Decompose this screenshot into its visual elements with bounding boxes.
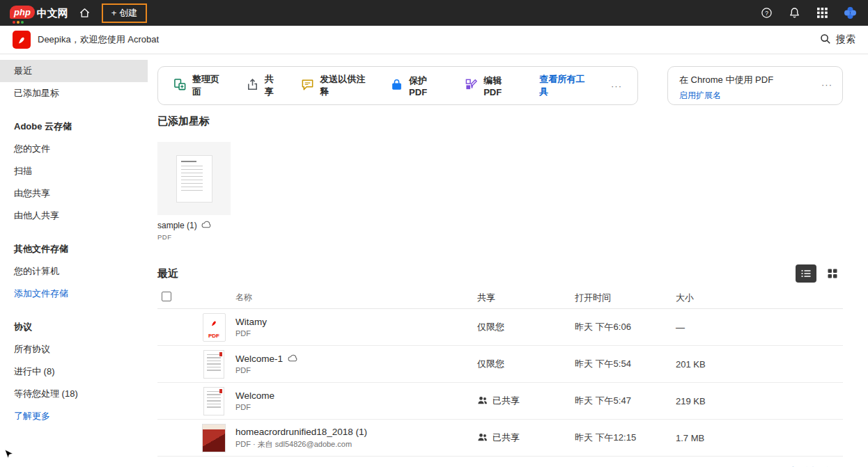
file-subtitle: PDF	[235, 366, 477, 374]
sidebar-item-your-computer[interactable]: 您的计算机	[0, 260, 148, 283]
file-name: homeacrordrunified18_2018 (1)	[235, 427, 367, 437]
send-for-comments-icon	[301, 78, 314, 94]
cloud-icon	[201, 221, 212, 230]
list-view-button[interactable]	[796, 264, 816, 283]
file-name: Witamy	[235, 317, 267, 327]
sidebar-item-your-files[interactable]: 您的文件	[0, 138, 148, 160]
tools-more-icon[interactable]: ···	[611, 81, 622, 91]
table-row[interactable]: homeacrordrunified18_2018 (1) PDF · 来自 s…	[157, 420, 843, 457]
brand-text: 中文网	[37, 6, 68, 21]
cloud-app-logo-icon[interactable]	[842, 5, 858, 22]
column-header-shared: 共享	[477, 292, 575, 304]
help-icon[interactable]: ?	[758, 5, 775, 22]
column-header-size: 大小	[676, 292, 843, 304]
grid-view-button[interactable]	[822, 264, 843, 283]
sidebar-item-recent[interactable]: 最近	[0, 60, 148, 82]
edit-pdf-icon	[465, 78, 478, 94]
column-header-opened: 打开时间	[575, 292, 676, 304]
sidebar-item-add-storage[interactable]: 添加文件存储	[0, 283, 148, 305]
file-name: Welcome	[235, 390, 274, 401]
table-row[interactable]: PDF Witamy PDF 仅限您 昨天 下午6:06 —	[157, 309, 843, 346]
pdf-file-icon: PDF	[203, 313, 226, 342]
tool-edit-pdf[interactable]: 编辑 PDF	[465, 74, 518, 97]
tool-label: 共享	[265, 73, 280, 98]
sidebar-item-in-progress[interactable]: 进行中 (8)	[0, 361, 148, 383]
tool-share[interactable]: 共享	[246, 73, 280, 98]
sidebar-item-shared-by-you[interactable]: 由您共享	[0, 182, 148, 205]
pdf-thumbnail	[157, 142, 231, 215]
sidebar-item-waiting[interactable]: 等待您处理 (18)	[0, 383, 148, 405]
file-size: —	[676, 322, 843, 333]
brand-dots	[13, 21, 24, 24]
topbar: php 中文网 + 创建 ?	[0, 0, 868, 26]
main-content: 整理页面 共享 发送以供注释	[148, 54, 868, 467]
recent-section-heading: 最近	[157, 267, 178, 280]
starred-section-heading: 已添加星标	[157, 115, 843, 128]
organize-pages-icon	[173, 78, 187, 94]
search-icon	[820, 33, 831, 47]
apps-grid-icon[interactable]	[814, 5, 830, 22]
mouse-cursor	[4, 449, 14, 463]
notifications-bell-icon[interactable]	[786, 5, 803, 22]
shared-people-icon	[477, 395, 488, 407]
acrobat-logo-icon	[13, 31, 31, 49]
share-icon	[246, 78, 259, 94]
sidebar-item-learn-more[interactable]: 了解更多	[0, 405, 148, 427]
sidebar-header-other-storage: 其他文件存储	[0, 238, 148, 260]
file-size: 219 KB	[676, 396, 843, 406]
sidebar-item-all-agreements[interactable]: 所有协议	[0, 338, 148, 361]
starred-file-name: sample (1)	[157, 221, 197, 230]
sidebar-item-scans[interactable]: 扫描	[0, 160, 148, 182]
appbar: Deepika，欢迎您使用 Acrobat 搜索	[0, 26, 868, 54]
protect-pdf-icon	[390, 78, 403, 94]
sidebar-header-adobe-storage: Adobe 云存储	[0, 116, 148, 138]
tool-label: 编辑 PDF	[483, 74, 518, 97]
select-all-checkbox[interactable]	[162, 292, 171, 301]
table-row[interactable]: Welcome-1 PDF 仅限您 昨天 下午5:54 201 KB	[157, 346, 843, 383]
view-all-tools-link[interactable]: 查看所有工具	[539, 73, 590, 98]
tool-send-for-comments[interactable]: 发送以供注释	[301, 73, 369, 98]
column-header-name: 名称	[235, 292, 477, 303]
file-size: 1.7 MB	[676, 433, 843, 443]
sidebar-item-starred[interactable]: 已添加星标	[0, 82, 148, 104]
tool-protect-pdf[interactable]: 保护 PDF	[390, 74, 444, 97]
tool-label: 保护 PDF	[409, 74, 444, 97]
image-thumbnail	[202, 424, 226, 452]
search-label: 搜索	[836, 33, 855, 46]
chrome-card-more-icon[interactable]: ···	[821, 79, 832, 90]
cloud-icon	[288, 354, 298, 364]
table-row[interactable]: Welcome PDF 已共享 昨天 下午5:47 219 KB	[157, 383, 843, 420]
opened-time: 昨天 下午12:15	[575, 432, 676, 444]
document-thumbnail	[203, 387, 224, 415]
svg-text:?: ?	[765, 10, 768, 17]
sidebar-header-agreements: 协议	[0, 316, 148, 338]
file-name: Welcome-1	[235, 354, 283, 364]
share-status: 已共享	[493, 395, 520, 407]
site-logo[interactable]: php 中文网	[10, 6, 68, 21]
chrome-extension-card: 在 Chrome 中使用 PDF 启用扩展名 ···	[667, 66, 843, 105]
create-button[interactable]: + 创建	[102, 3, 147, 23]
starred-file-type: PDF	[157, 233, 231, 241]
starred-file-card[interactable]: sample (1) PDF	[157, 142, 231, 241]
enable-extension-link[interactable]: 启用扩展名	[679, 90, 831, 102]
home-icon[interactable]	[77, 5, 93, 22]
sidebar: 最近 已添加星标 Adobe 云存储 您的文件 扫描 由您共享 由他人共享 其他…	[0, 54, 148, 467]
opened-time: 昨天 下午5:47	[575, 395, 676, 407]
tool-label: 整理页面	[192, 73, 225, 98]
opened-time: 昨天 下午6:06	[575, 321, 676, 333]
opened-time: 昨天 下午5:54	[575, 358, 676, 370]
file-subtitle: PDF · 来自 sdl54826@adobe.com	[235, 439, 477, 450]
quick-tools-card: 整理页面 共享 发送以供注释	[157, 66, 638, 105]
chrome-card-title: 在 Chrome 中使用 PDF	[679, 74, 831, 86]
sidebar-item-shared-by-others[interactable]: 由他人共享	[0, 205, 148, 227]
tool-label: 发送以供注释	[320, 73, 369, 98]
share-status: 仅限您	[477, 321, 504, 333]
file-subtitle: PDF	[235, 403, 477, 411]
table-header-row: 名称 共享 打开时间 大小	[157, 287, 843, 309]
share-status: 仅限您	[477, 358, 504, 370]
php-logo-badge: php	[10, 6, 35, 19]
file-subtitle: PDF	[235, 329, 477, 338]
shared-people-icon	[477, 432, 488, 444]
search-button[interactable]: 搜索	[820, 33, 855, 47]
tool-organize-pages[interactable]: 整理页面	[173, 73, 225, 98]
